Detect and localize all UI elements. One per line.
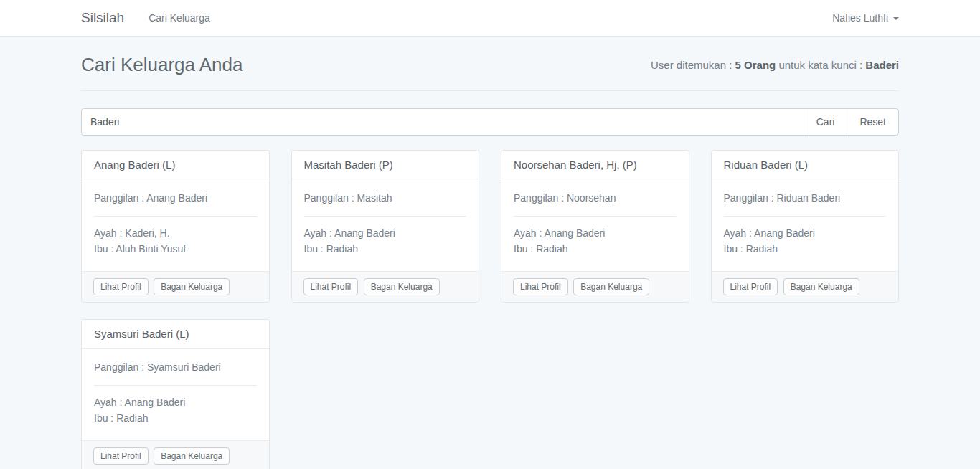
result-card-column: Syamsuri Baderi (L) Panggilan : Syamsuri… (70, 319, 281, 469)
person-card-footer: Lihat Profil Bagan Keluarga (82, 440, 269, 469)
person-card-title: Riduan Baderi (L) (712, 151, 899, 179)
person-father: Ayah : Anang Baderi (514, 225, 677, 241)
bagan-keluarga-button[interactable]: Bagan Keluarga (154, 278, 230, 295)
lihat-profil-button[interactable]: Lihat Profil (723, 278, 778, 295)
bagan-keluarga-button[interactable]: Bagan Keluarga (783, 278, 859, 295)
search-input[interactable] (81, 108, 804, 136)
result-middle: untuk kata kunci : (776, 59, 865, 71)
results-grid: Anang Baderi (L) Panggilan : Anang Bader… (70, 150, 910, 469)
person-mother: Ibu : Radiah (94, 410, 257, 426)
person-nickname: Panggilan : Syamsuri Baderi (94, 360, 257, 375)
person-card-title: Anang Baderi (L) (82, 151, 269, 179)
divider (94, 216, 257, 217)
person-card-title: Masitah Baderi (P) (292, 151, 479, 179)
person-nickname: Panggilan : Masitah (304, 191, 467, 206)
person-card: Noorsehan Baderi, Hj. (P) Panggilan : No… (501, 150, 689, 303)
person-card: Masitah Baderi (P) Panggilan : Masitah A… (291, 150, 480, 303)
bagan-keluarga-button[interactable]: Bagan Keluarga (573, 278, 649, 295)
result-card-column: Anang Baderi (L) Panggilan : Anang Bader… (70, 150, 281, 303)
person-mother: Ibu : Radiah (514, 241, 677, 257)
lihat-profil-button[interactable]: Lihat Profil (93, 278, 149, 295)
caret-down-icon (893, 17, 899, 20)
reset-button[interactable]: Reset (847, 108, 899, 136)
result-prefix: User ditemukan : (651, 59, 735, 71)
nav-item-cari-keluarga[interactable]: Cari Keluarga (149, 12, 210, 24)
lihat-profil-button[interactable]: Lihat Profil (303, 278, 359, 295)
person-father: Ayah : Anang Baderi (724, 225, 887, 241)
person-card-title: Noorsehan Baderi, Hj. (P) (501, 151, 689, 179)
cari-button[interactable]: Cari (804, 108, 848, 136)
bagan-keluarga-button[interactable]: Bagan Keluarga (154, 447, 230, 465)
divider (304, 216, 467, 217)
person-card-footer: Lihat Profil Bagan Keluarga (501, 271, 689, 302)
person-card-body: Panggilan : Anang Baderi Ayah : Kaderi, … (82, 179, 269, 271)
result-card-column: Noorsehan Baderi, Hj. (P) Panggilan : No… (490, 150, 700, 303)
person-card-body: Panggilan : Syamsuri Baderi Ayah : Anang… (82, 349, 269, 440)
result-count: 5 Orang (735, 59, 776, 71)
navbar: Silsilah Cari Keluarga Nafies Luthfi (0, 0, 980, 37)
person-nickname: Panggilan : Noorsehan (514, 191, 677, 206)
result-card-column: Riduan Baderi (L) Panggilan : Riduan Bad… (700, 150, 910, 303)
person-mother: Ibu : Radiah (304, 241, 467, 257)
divider (514, 216, 677, 217)
brand-silsilah[interactable]: Silsilah (81, 10, 124, 26)
search-form: Cari Reset (81, 108, 899, 136)
person-card-title: Syamsuri Baderi (L) (82, 320, 269, 349)
person-card: Syamsuri Baderi (L) Panggilan : Syamsuri… (81, 319, 270, 469)
page-title: Cari Keluarga Anda (81, 54, 242, 76)
lihat-profil-button[interactable]: Lihat Profil (93, 447, 149, 465)
search-result-summary: User ditemukan : 5 Orang untuk kata kunc… (651, 59, 899, 71)
person-nickname: Panggilan : Riduan Baderi (724, 191, 887, 206)
person-father: Ayah : Anang Baderi (304, 225, 467, 241)
person-card: Anang Baderi (L) Panggilan : Anang Bader… (81, 150, 270, 303)
divider (94, 385, 257, 386)
lihat-profil-button[interactable]: Lihat Profil (513, 278, 568, 295)
person-mother: Ibu : Aluh Binti Yusuf (94, 241, 257, 257)
result-keyword: Baderi (865, 59, 899, 71)
user-dropdown-label: Nafies Luthfi (832, 12, 888, 24)
divider (724, 216, 887, 217)
person-card: Riduan Baderi (L) Panggilan : Riduan Bad… (711, 150, 900, 303)
bagan-keluarga-button[interactable]: Bagan Keluarga (364, 278, 440, 295)
person-nickname: Panggilan : Anang Baderi (94, 191, 257, 206)
user-dropdown[interactable]: Nafies Luthfi (832, 12, 899, 24)
page-header: Cari Keluarga Anda User ditemukan : 5 Or… (81, 37, 899, 91)
result-card-column: Masitah Baderi (P) Panggilan : Masitah A… (281, 150, 491, 303)
person-father: Ayah : Anang Baderi (94, 394, 257, 410)
person-card-footer: Lihat Profil Bagan Keluarga (292, 271, 479, 302)
person-card-footer: Lihat Profil Bagan Keluarga (82, 271, 269, 302)
person-card-body: Panggilan : Riduan Baderi Ayah : Anang B… (712, 179, 899, 271)
person-mother: Ibu : Radiah (724, 241, 887, 257)
person-card-body: Panggilan : Noorsehan Ayah : Anang Bader… (501, 179, 689, 271)
person-card-footer: Lihat Profil Bagan Keluarga (712, 271, 899, 302)
person-father: Ayah : Kaderi, H. (94, 225, 257, 241)
person-card-body: Panggilan : Masitah Ayah : Anang Baderi … (292, 179, 479, 271)
